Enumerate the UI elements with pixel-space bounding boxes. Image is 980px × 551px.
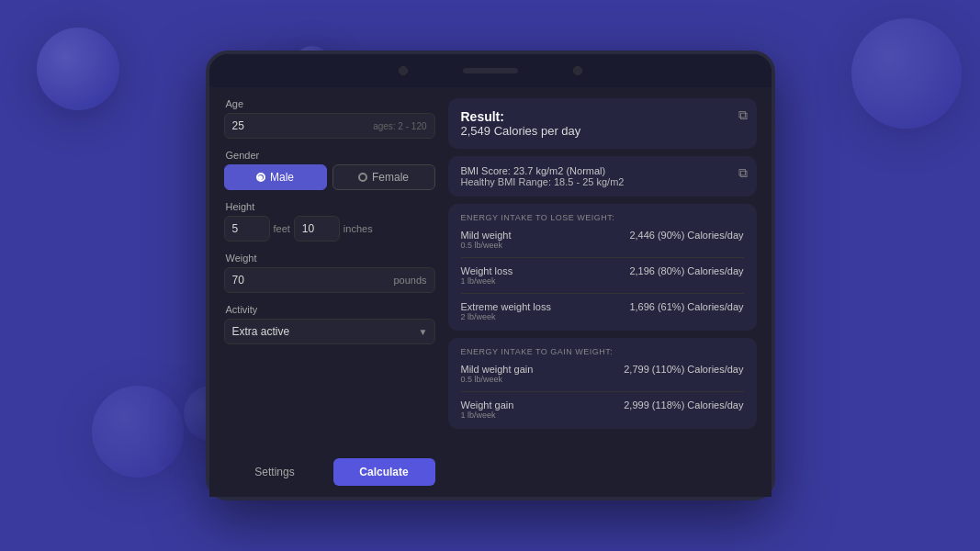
- lose-mild-sub: 0.5 lb/week: [461, 241, 512, 250]
- tablet: Age ages: 2 - 120 Gender Male Female: [206, 51, 775, 500]
- weight-unit: pounds: [386, 275, 434, 286]
- female-radio: [358, 173, 367, 182]
- height-label: Height: [224, 201, 435, 212]
- tablet-content: Age ages: 2 - 120 Gender Male Female: [209, 87, 772, 497]
- result-card: Result: 2,549 Calories per day ⧉: [448, 98, 757, 149]
- gain-weight-header: ENERGY INTAKE TO GAIN WEIGHT:: [461, 347, 744, 356]
- gender-label: Gender: [224, 150, 435, 161]
- camera-right: [573, 66, 582, 75]
- copy-bmi-icon[interactable]: ⧉: [738, 165, 748, 181]
- activity-label: Activity: [224, 304, 435, 315]
- tablet-top-bar: [209, 54, 772, 87]
- lose-moderate-item: Weight loss 1 lb/week 2,196 (80%) Calori…: [461, 265, 744, 294]
- lose-weight-header: ENERGY INTAKE TO LOSE WEIGHT:: [461, 213, 744, 222]
- lose-moderate-sub: 1 lb/week: [461, 276, 513, 286]
- inches-unit: inches: [344, 223, 373, 234]
- height-row: feet inches: [224, 216, 435, 242]
- gain-mild-sub: 0.5 lb/week: [461, 375, 534, 384]
- male-button[interactable]: Male: [224, 164, 327, 190]
- gain-mild-value: 2,799 (110%) Calories/day: [624, 364, 743, 375]
- lose-extreme-item: Extreme weight loss 2 lb/week 1,696 (61%…: [461, 301, 744, 321]
- bmi-card: BMI Score: 23.7 kg/m2 (Normal) Healthy B…: [448, 156, 757, 197]
- bg-blob-4: [92, 386, 184, 478]
- gain-moderate-item: Weight gain 1 lb/week 2,999 (118%) Calor…: [461, 399, 744, 420]
- lose-extreme-label: Extreme weight loss: [461, 301, 551, 312]
- weight-input-row: pounds: [224, 267, 435, 293]
- height-inches-input[interactable]: [294, 216, 340, 242]
- feet-unit: feet: [274, 223, 290, 234]
- gain-weight-section: ENERGY INTAKE TO GAIN WEIGHT: Mild weigh…: [448, 338, 757, 429]
- right-panel: Result: 2,549 Calories per day ⧉ BMI Sco…: [448, 98, 757, 486]
- gain-mild-label: Mild weight gain: [461, 364, 534, 375]
- lose-weight-section: ENERGY INTAKE TO LOSE WEIGHT: Mild weigh…: [448, 204, 757, 331]
- settings-button[interactable]: Settings: [224, 458, 326, 486]
- left-panel: Age ages: 2 - 120 Gender Male Female: [224, 98, 435, 486]
- bg-blob-1: [37, 28, 119, 110]
- female-button[interactable]: Female: [332, 164, 435, 190]
- male-label: Male: [270, 171, 294, 184]
- gain-moderate-sub: 1 lb/week: [461, 410, 514, 420]
- lose-extreme-value: 1,696 (61%) Calories/day: [629, 301, 743, 312]
- age-group: Age ages: 2 - 120: [224, 98, 435, 139]
- age-input-row: ages: 2 - 120: [224, 113, 435, 139]
- result-value: 2,549 Calories per day: [461, 124, 744, 138]
- lose-moderate-label-group: Weight loss 1 lb/week: [461, 265, 513, 286]
- lose-mild-item: Mild weight 0.5 lb/week 2,446 (90%) Calo…: [461, 230, 744, 258]
- lose-mild-value: 2,446 (90%) Calories/day: [629, 230, 743, 241]
- bmi-range: Healthy BMI Range: 18.5 - 25 kg/m2: [461, 176, 744, 187]
- gender-group: Gender Male Female: [224, 150, 435, 190]
- weight-group: Weight pounds: [224, 253, 435, 293]
- calculate-button[interactable]: Calculate: [333, 458, 435, 486]
- bg-blob-3: [851, 18, 962, 129]
- result-title: Result:: [461, 109, 744, 124]
- gain-moderate-label: Weight gain: [461, 399, 514, 410]
- activity-select-wrapper: Sedentary Lightly active Moderately acti…: [224, 319, 435, 344]
- gender-row: Male Female: [224, 164, 435, 190]
- lose-moderate-value: 2,196 (80%) Calories/day: [629, 265, 743, 276]
- gain-moderate-value: 2,999 (118%) Calories/day: [624, 399, 743, 410]
- copy-result-icon[interactable]: ⧉: [738, 107, 748, 123]
- age-label: Age: [224, 98, 435, 109]
- lose-extreme-label-group: Extreme weight loss 2 lb/week: [461, 301, 551, 321]
- gain-moderate-label-group: Weight gain 1 lb/week: [461, 399, 514, 420]
- height-feet-input[interactable]: [224, 216, 270, 242]
- activity-group: Activity Sedentary Lightly active Modera…: [224, 304, 435, 344]
- camera-left: [399, 66, 408, 75]
- weight-label: Weight: [224, 253, 435, 264]
- male-radio: [256, 173, 265, 182]
- weight-input[interactable]: [225, 268, 387, 292]
- gain-mild-label-group: Mild weight gain 0.5 lb/week: [461, 364, 534, 384]
- lose-mild-label-group: Mild weight 0.5 lb/week: [461, 230, 512, 250]
- gain-mild-item: Mild weight gain 0.5 lb/week 2,799 (110%…: [461, 364, 744, 392]
- speaker: [463, 68, 518, 73]
- female-label: Female: [372, 171, 409, 184]
- bottom-buttons: Settings Calculate: [224, 451, 435, 486]
- height-group: Height feet inches: [224, 201, 435, 242]
- age-input[interactable]: [225, 114, 366, 138]
- activity-select[interactable]: Sedentary Lightly active Moderately acti…: [224, 319, 435, 344]
- bmi-score: BMI Score: 23.7 kg/m2 (Normal): [461, 165, 744, 176]
- lose-extreme-sub: 2 lb/week: [461, 312, 551, 321]
- lose-mild-label: Mild weight: [461, 230, 512, 241]
- age-hint: ages: 2 - 120: [366, 121, 434, 131]
- lose-moderate-label: Weight loss: [461, 265, 513, 276]
